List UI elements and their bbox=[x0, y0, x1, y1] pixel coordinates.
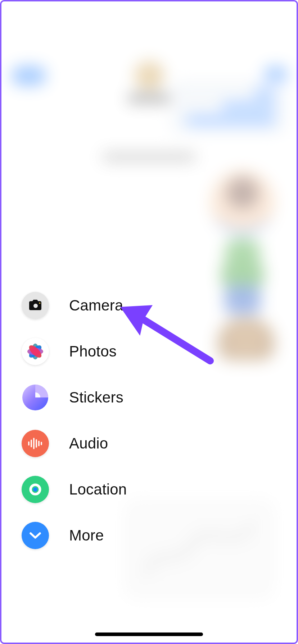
home-indicator bbox=[95, 632, 203, 636]
menu-item-stickers[interactable]: Stickers bbox=[22, 384, 223, 411]
menu-item-more[interactable]: More bbox=[22, 522, 223, 549]
menu-item-label: Photos bbox=[69, 343, 117, 360]
camera-icon bbox=[22, 292, 49, 319]
svg-point-19 bbox=[33, 487, 37, 492]
menu-item-photos[interactable]: Photos bbox=[22, 338, 223, 365]
location-icon bbox=[22, 476, 49, 503]
photos-icon bbox=[22, 338, 49, 365]
menu-item-camera[interactable]: Camera bbox=[22, 292, 223, 319]
stickers-icon bbox=[22, 384, 49, 411]
menu-item-label: Audio bbox=[69, 435, 108, 452]
screenshot-frame: Camera Photos bbox=[0, 0, 298, 644]
menu-item-label: Stickers bbox=[69, 389, 123, 406]
menu-item-audio[interactable]: Audio bbox=[22, 430, 223, 457]
svg-point-2 bbox=[39, 303, 41, 304]
chevron-down-icon bbox=[22, 522, 49, 549]
audio-icon bbox=[22, 430, 49, 457]
menu-item-label: Location bbox=[69, 481, 127, 498]
menu-item-label: More bbox=[69, 527, 104, 544]
menu-item-location[interactable]: Location bbox=[22, 476, 223, 503]
attachment-menu: Camera Photos bbox=[22, 292, 223, 549]
menu-item-label: Camera bbox=[69, 297, 123, 314]
